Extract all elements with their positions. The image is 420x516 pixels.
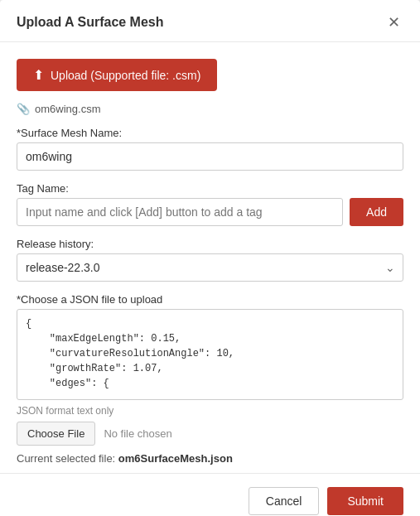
upload-button-section: ⬆ Upload (Supported file: .csm) [17, 59, 403, 91]
paperclip-icon: 📎 [17, 103, 30, 115]
attached-filename: om6wing.csm [35, 103, 100, 115]
json-format-note: JSON format text only [17, 405, 403, 417]
tag-input-row: Add [17, 198, 403, 226]
cancel-button[interactable]: Cancel [249, 487, 320, 515]
modal-title: Upload A Surface Mesh [17, 15, 164, 30]
json-textarea[interactable]: { "<span class="json-key">maxEdgeLength<… [17, 309, 403, 400]
release-history-select[interactable]: release-22.3.0 release-22.2.0 release-22… [17, 253, 403, 282]
add-tag-button[interactable]: Add [350, 198, 403, 226]
close-button[interactable]: ✕ [384, 13, 403, 31]
no-file-text: No file chosen [104, 427, 171, 440]
choose-file-button[interactable]: Choose File [17, 422, 95, 446]
release-history-label: Release history: [17, 238, 403, 250]
tag-name-label: Tag Name: [17, 182, 403, 195]
release-history-select-wrapper: release-22.3.0 release-22.2.0 release-22… [17, 253, 403, 282]
json-upload-section: *Choose a JSON file to upload { "<span c… [17, 293, 403, 465]
upload-button[interactable]: ⬆ Upload (Supported file: .csm) [17, 59, 217, 91]
release-history-group: Release history: release-22.3.0 release-… [17, 238, 403, 282]
modal-body: ⬆ Upload (Supported file: .csm) 📎 om6win… [0, 42, 420, 473]
upload-icon: ⬆ [33, 67, 44, 83]
json-section-label: *Choose a JSON file to upload [17, 293, 403, 306]
current-filename: om6SurfaceMesh.json [118, 452, 233, 465]
tag-name-group: Tag Name: Add [17, 182, 403, 226]
modal-header: Upload A Surface Mesh ✕ [0, 0, 420, 42]
submit-button[interactable]: Submit [327, 487, 403, 515]
surface-mesh-name-label: *Surface Mesh Name: [17, 127, 403, 139]
current-file-info: Current selected file: om6SurfaceMesh.js… [17, 452, 403, 465]
modal-footer: Cancel Submit [0, 473, 420, 516]
upload-surface-mesh-modal: Upload A Surface Mesh ✕ ⬆ Upload (Suppor… [0, 0, 420, 516]
file-input-row: Choose File No file chosen [17, 422, 403, 446]
attached-file-row: 📎 om6wing.csm [17, 103, 403, 115]
upload-button-label: Upload (Supported file: .csm) [51, 69, 200, 82]
surface-mesh-name-group: *Surface Mesh Name: [17, 127, 403, 171]
tag-name-input[interactable] [17, 198, 343, 226]
current-file-prefix: Current selected file: [17, 452, 115, 465]
surface-mesh-name-input[interactable] [17, 142, 403, 171]
